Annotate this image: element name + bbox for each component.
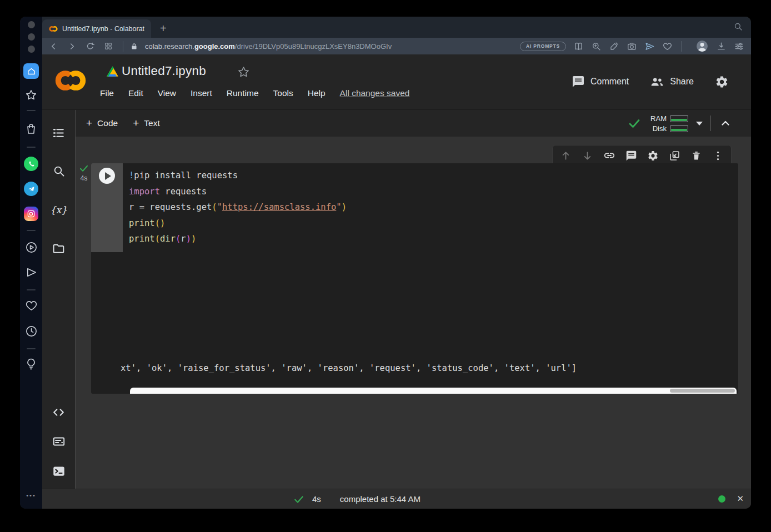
reload-icon xyxy=(86,42,95,51)
files-button[interactable] xyxy=(42,242,75,255)
scrollbar-thumb[interactable] xyxy=(670,389,735,393)
browser-url-bar: colab.research.google.com/drive/19DLVp05… xyxy=(42,38,751,54)
telegram-icon xyxy=(24,182,38,196)
save-status[interactable]: All changes saved xyxy=(340,88,410,98)
people-icon xyxy=(650,74,664,89)
send-button[interactable] xyxy=(20,266,42,279)
notebook-title[interactable]: Untitled7.ipynb xyxy=(122,64,206,78)
share-page-button[interactable] xyxy=(644,41,655,52)
execution-time: 4s xyxy=(77,174,91,182)
terminal-icon xyxy=(52,464,66,478)
variables-button[interactable]: {x} xyxy=(42,204,75,215)
tab-overview-button[interactable] xyxy=(104,42,113,51)
new-tab-button[interactable]: + xyxy=(160,19,167,38)
comment-label: Comment xyxy=(590,77,629,87)
menu-item-tools[interactable]: Tools xyxy=(273,88,293,98)
notebook-content: 4s !pip install requestsimport requestsr… xyxy=(76,137,751,489)
forward-button[interactable] xyxy=(67,42,77,51)
instagram-button[interactable] xyxy=(20,207,42,221)
favorite-button[interactable] xyxy=(662,41,673,52)
profile-button[interactable] xyxy=(695,39,709,53)
move-cell-down-icon[interactable] xyxy=(582,150,593,162)
browser-tab-bar: Untitled7.ipynb - Colaboratory + xyxy=(42,17,751,38)
comment-cell-icon[interactable] xyxy=(625,150,637,162)
mirror-cell-icon[interactable] xyxy=(669,150,680,162)
delete-cell-icon[interactable] xyxy=(690,150,702,162)
dock-divider xyxy=(20,230,42,231)
telegram-button[interactable] xyxy=(20,182,42,196)
browser-settings-button[interactable] xyxy=(734,41,744,52)
media-button[interactable] xyxy=(20,241,42,254)
heart-icon xyxy=(25,299,38,312)
star-notebook-button[interactable] xyxy=(237,66,250,78)
code-line: import requests xyxy=(129,184,734,200)
traffic-light-zoom[interactable] xyxy=(20,46,42,53)
menu-item-runtime[interactable]: Runtime xyxy=(227,88,259,98)
menu-item-edit[interactable]: Edit xyxy=(128,88,143,98)
traffic-light-close[interactable] xyxy=(20,21,42,28)
tab-search-button[interactable] xyxy=(733,22,743,32)
output-horizontal-scrollbar[interactable] xyxy=(130,388,737,394)
close-status-button[interactable]: ✕ xyxy=(737,494,744,504)
traffic-light-minimize[interactable] xyxy=(20,33,42,41)
cell-settings-icon[interactable] xyxy=(647,150,659,162)
command-palette-button[interactable] xyxy=(42,434,75,449)
google-drive-icon xyxy=(106,66,119,78)
add-code-button[interactable]: + Code xyxy=(86,117,118,129)
code-snippets-button[interactable] xyxy=(42,405,75,419)
menu-item-view[interactable]: View xyxy=(158,88,176,98)
check-icon xyxy=(293,494,304,505)
download-icon xyxy=(716,41,727,52)
code-icon xyxy=(52,405,66,419)
whatsapp-button[interactable] xyxy=(20,157,42,171)
menu-item-file[interactable]: File xyxy=(100,88,114,98)
run-cell-button[interactable] xyxy=(99,168,115,184)
zoom-in-icon xyxy=(591,41,602,52)
play-icon xyxy=(105,172,111,180)
find-replace-button[interactable] xyxy=(42,164,75,178)
link-cell-icon[interactable] xyxy=(603,149,615,162)
zoom-button[interactable] xyxy=(591,41,602,52)
screenshot-button[interactable] xyxy=(627,41,637,52)
menu-item-insert[interactable]: Insert xyxy=(191,88,212,98)
favorites-button[interactable] xyxy=(20,89,42,101)
home-button[interactable] xyxy=(20,63,42,79)
reload-button[interactable] xyxy=(86,42,95,51)
dock-more-button[interactable]: ••• xyxy=(20,492,42,499)
tab-title: Untitled7.ipynb - Colaboratory xyxy=(62,25,144,33)
plus-icon: + xyxy=(133,117,139,129)
avatar-icon xyxy=(695,39,709,53)
likes-button[interactable] xyxy=(20,299,42,312)
more-vert-icon[interactable] xyxy=(712,150,724,162)
compose-icon xyxy=(609,41,619,52)
dock-divider xyxy=(20,348,42,349)
downloads-button[interactable] xyxy=(716,41,727,52)
table-of-contents-button[interactable] xyxy=(42,126,75,140)
browser-tab[interactable]: Untitled7.ipynb - Colaboratory xyxy=(42,19,151,38)
settings-button[interactable] xyxy=(715,75,729,89)
edit-page-button[interactable] xyxy=(609,41,619,52)
share-button[interactable]: Share xyxy=(650,74,694,89)
resources-dropdown-caret[interactable] xyxy=(696,122,703,126)
ram-meter xyxy=(670,115,688,122)
url-address[interactable]: colab.research.google.com/drive/19DLVp05… xyxy=(145,42,392,51)
shopping-bag-button[interactable] xyxy=(20,122,42,135)
menu-item-help[interactable]: Help xyxy=(308,88,326,98)
resource-meters[interactable]: RAM Disk xyxy=(649,114,688,133)
comment-button[interactable]: Comment xyxy=(572,75,629,88)
back-button[interactable] xyxy=(49,42,58,51)
code-editor[interactable]: !pip install requestsimport requestsr = … xyxy=(129,168,734,251)
play-circle-icon xyxy=(25,241,38,254)
code-cell[interactable]: !pip install requestsimport requestsr = … xyxy=(91,163,738,394)
ideas-button[interactable] xyxy=(20,357,42,370)
terminal-button[interactable] xyxy=(42,464,75,478)
history-button[interactable] xyxy=(20,325,42,338)
dock-divider xyxy=(20,147,42,148)
reading-list-button[interactable] xyxy=(573,41,584,52)
ai-prompts-button[interactable]: AI PROMPTS xyxy=(520,42,566,51)
add-text-button[interactable]: + Text xyxy=(133,117,160,129)
collapse-header-button[interactable] xyxy=(719,117,732,130)
status-message: completed at 5:44 AM xyxy=(340,494,420,504)
urlbar-divider xyxy=(681,41,682,52)
move-cell-up-icon[interactable] xyxy=(560,150,572,162)
